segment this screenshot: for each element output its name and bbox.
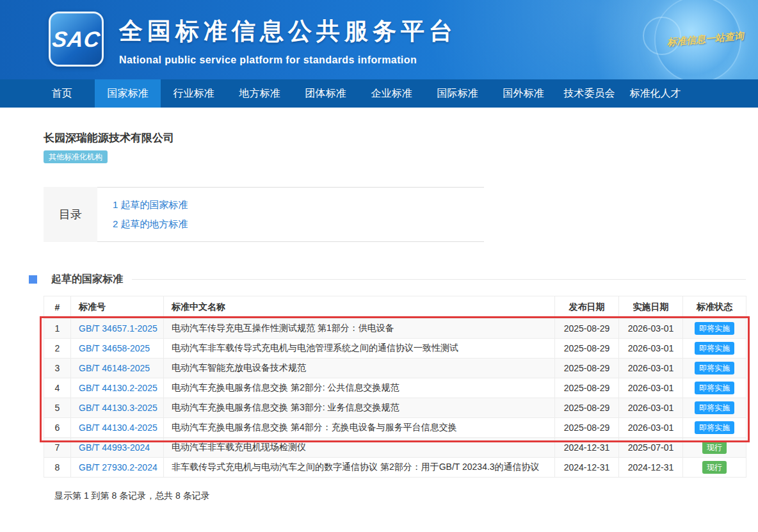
nav-item-foreign-standard[interactable]: 国外标准 (490, 79, 556, 108)
nav-item-group-standard[interactable]: 团体标准 (293, 79, 359, 108)
status-badge: 即将实施 (695, 401, 734, 414)
cell-code: GB/T 44130.2-2025 (71, 378, 164, 398)
cell-code: GB/T 34658-2025 (71, 339, 164, 359)
table-row: 7GB/T 44993-2024电动汽车非车载充电机现场检测仪2024-12-3… (44, 438, 746, 458)
standard-code-link[interactable]: GB/T 44130.3-2025 (79, 403, 157, 413)
column-header-implement-date: 实施日期 (619, 296, 683, 319)
cell-standard-name: 非车载传导式充电机与电动汽车之间的数字通信协议 第2部分：用于GB/T 2023… (164, 458, 555, 478)
column-header-name: 标准中文名称 (164, 296, 555, 319)
toc-links: 1 起草的国家标准2 起草的地方标准 (97, 187, 484, 242)
site-header: SAC 全国标准信息公共服务平台 National public service… (0, 0, 758, 79)
cell-index: 3 (44, 359, 71, 378)
sac-logo: SAC (49, 12, 104, 67)
cell-status: 即将实施 (683, 339, 746, 359)
cell-code: GB/T 46148-2025 (71, 359, 164, 378)
section-title: 起草的国家标准 (51, 273, 123, 286)
company-name: 长园深瑞能源技术有限公司 (44, 131, 746, 145)
nav-item-industry-standard[interactable]: 行业标准 (161, 79, 227, 108)
sac-logo-text: SAC (51, 27, 102, 52)
cell-index: 2 (44, 339, 71, 359)
standard-code-link[interactable]: GB/T 34657.1-2025 (79, 323, 157, 334)
cell-publish-date: 2025-08-29 (555, 378, 619, 398)
cell-status: 即将实施 (683, 378, 746, 398)
column-header-publish-date: 发布日期 (555, 296, 619, 319)
nav-item-local-standard[interactable]: 地方标准 (227, 79, 293, 108)
cell-index: 1 (44, 319, 71, 339)
table-row: 3GB/T 46148-2025电动汽车智能充放电设备技术规范2025-08-2… (44, 359, 746, 378)
standards-table: #标准号标准中文名称发布日期实施日期标准状态 1GB/T 34657.1-202… (44, 296, 746, 478)
cell-status: 现行 (683, 438, 746, 458)
cell-implement-date: 2026-03-01 (619, 418, 683, 438)
cell-status: 即将实施 (683, 319, 746, 339)
records-summary: 显示第 1 到第 8 条记录，总共 8 条记录 (44, 490, 746, 502)
cell-publish-date: 2024-12-31 (555, 438, 619, 458)
toc-label: 目录 (44, 187, 97, 242)
cell-code: GB/T 44130.3-2025 (71, 398, 164, 418)
table-row: 4GB/T 44130.2-2025电动汽车充换电服务信息交换 第2部分: 公共… (44, 378, 746, 398)
status-badge: 即将实施 (695, 362, 734, 375)
toc-link-1[interactable]: 1 起草的国家标准 (113, 195, 484, 214)
cell-publish-date: 2025-08-29 (555, 418, 619, 438)
cell-publish-date: 2025-08-29 (555, 319, 619, 339)
status-badge: 现行 (702, 461, 727, 474)
cell-index: 7 (44, 438, 71, 458)
table-row: 1GB/T 34657.1-2025电动汽车传导充电互操作性测试规范 第1部分：… (44, 319, 746, 339)
status-badge: 即将实施 (695, 382, 734, 394)
standard-code-link[interactable]: GB/T 27930.2-2024 (79, 462, 157, 472)
cell-index: 6 (44, 418, 71, 438)
standard-code-link[interactable]: GB/T 44130.2-2025 (79, 383, 157, 393)
column-header-index: # (44, 296, 71, 319)
column-header-status: 标准状态 (683, 296, 746, 319)
table-row: 5GB/T 44130.3-2025电动汽车充换电服务信息交换 第3部分: 业务… (44, 398, 746, 418)
cell-standard-name: 电动汽车智能充放电设备技术规范 (164, 359, 555, 378)
cell-status: 即将实施 (683, 398, 746, 418)
cell-status: 现行 (683, 458, 746, 478)
table-header-row: #标准号标准中文名称发布日期实施日期标准状态 (44, 296, 746, 319)
nav-item-national-standard[interactable]: 国家标准 (95, 79, 161, 108)
status-badge: 现行 (702, 441, 727, 454)
status-badge: 即将实施 (695, 421, 734, 434)
cell-standard-name: 电动汽车充换电服务信息交换 第4部分：充换电设备与服务平台信息交换 (164, 418, 555, 438)
cell-publish-date: 2025-08-29 (555, 359, 619, 378)
table-row: 6GB/T 44130.4-2025电动汽车充换电服务信息交换 第4部分：充换电… (44, 418, 746, 438)
nav-item-home[interactable]: 首页 (29, 79, 95, 108)
cell-publish-date: 2025-08-29 (555, 398, 619, 418)
cell-status: 即将实施 (683, 418, 746, 438)
nav-item-standardization-talent[interactable]: 标准化人才 (622, 79, 688, 108)
cell-implement-date: 2026-03-01 (619, 378, 683, 398)
toc-link-2[interactable]: 2 起草的地方标准 (113, 214, 484, 234)
nav-item-international-standard[interactable]: 国际标准 (424, 79, 490, 108)
toc-box: 目录 1 起草的国家标准2 起草的地方标准 (44, 187, 484, 242)
cell-publish-date: 2025-08-29 (555, 339, 619, 359)
cell-implement-date: 2026-03-01 (619, 398, 683, 418)
org-type-badge: 其他标准化机构 (44, 150, 108, 163)
cell-implement-date: 2026-03-01 (619, 319, 683, 339)
standard-code-link[interactable]: GB/T 46148-2025 (79, 363, 150, 373)
cell-code: GB/T 34657.1-2025 (71, 319, 164, 339)
cell-code: GB/T 44993-2024 (71, 438, 164, 458)
section-header: 起草的国家标准 (29, 273, 746, 286)
cell-code: GB/T 27930.2-2024 (71, 458, 164, 478)
standard-code-link[interactable]: GB/T 44130.4-2025 (79, 423, 157, 433)
status-badge: 即将实施 (695, 342, 734, 355)
site-title: 全国标准信息公共服务平台 (119, 15, 457, 47)
section-marker-icon (29, 275, 37, 284)
header-titles: 全国标准信息公共服务平台 National public service pla… (119, 15, 457, 66)
section-divider (132, 279, 746, 280)
standard-code-link[interactable]: GB/T 34658-2025 (79, 343, 150, 353)
nav-item-enterprise-standard[interactable]: 企业标准 (359, 79, 424, 108)
cell-standard-name: 电动汽车非车载传导式充电机与电池管理系统之间的通信协议一致性测试 (164, 339, 555, 359)
main-content: 长园深瑞能源技术有限公司 其他标准化机构 目录 1 起草的国家标准2 起草的地方… (0, 108, 746, 502)
cell-implement-date: 2026-03-01 (619, 339, 683, 359)
nav-item-technical-committee[interactable]: 技术委员会 (556, 79, 622, 108)
cell-implement-date: 2025-07-01 (619, 438, 683, 458)
cell-index: 4 (44, 378, 71, 398)
column-header-code: 标准号 (71, 296, 164, 319)
cell-implement-date: 2026-03-01 (619, 359, 683, 378)
cell-standard-name: 电动汽车非车载充电机现场检测仪 (164, 438, 555, 458)
cell-standard-name: 电动汽车传导充电互操作性测试规范 第1部分：供电设备 (164, 319, 555, 339)
status-badge: 即将实施 (695, 322, 734, 335)
standard-code-link[interactable]: GB/T 44993-2024 (79, 442, 150, 453)
cell-status: 即将实施 (683, 359, 746, 378)
cell-index: 8 (44, 458, 71, 478)
